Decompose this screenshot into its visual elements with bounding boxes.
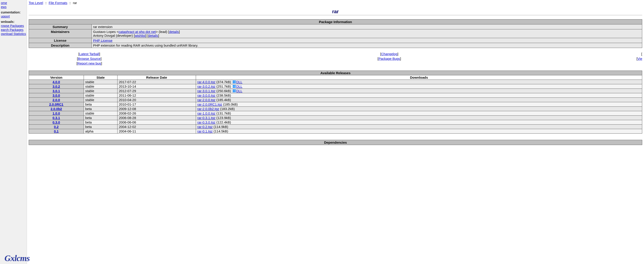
date-value: 2010-01-17 [118,102,196,107]
content: Top Level :: File Formats :: rar rar Pac… [27,0,644,264]
package-bugs-link[interactable]: Package Bugs [378,57,400,60]
dll-link[interactable]: DLL [236,80,242,84]
downloads-cell: rar-0.2.tgz (114.9kB) [196,125,642,129]
maintainer-details-link[interactable]: details [169,30,179,34]
changelog-link[interactable]: Changelog [381,52,398,56]
state-value: beta [84,102,118,107]
tgz-link[interactable]: rar-3.0.1.tgz [197,89,216,93]
releases-table: Available Releases Version State Release… [29,71,642,134]
breadcrumb-file-formats[interactable]: File Formats [49,1,67,5]
date-value: 2017-07-22 [118,80,196,84]
breadcrumb-top-level[interactable]: Top Level [29,1,43,5]
tgz-link[interactable]: rar-3.0.2.tgz [197,84,216,88]
version-link[interactable]: 0.1 [54,129,59,133]
version-link[interactable]: 0.2 [54,125,59,129]
description-value: PHP extension for reading RAR archives u… [92,43,642,48]
state-value: stable [84,111,118,116]
tgz-link[interactable]: rar-1.0.0.tgz [197,111,216,115]
nav-search-packages[interactable]: earch Packages [1,28,23,32]
downloads-cell: rar-3.0.0.tgz (238.5kB) [196,93,642,98]
table-row: 0.2beta2004-12-02rar-0.2.tgz (114.9kB) [29,125,642,129]
date-value: 2011-06-12 [118,93,196,98]
version-link[interactable]: 0.3.0 [52,120,60,124]
downloads-cell: rar-0.3.1.tgz (123.9kB) [196,116,642,120]
dll-link[interactable]: DLL [236,84,242,88]
breadcrumb-sep: :: [45,1,47,5]
downloads-cell: rar-3.0.2.tgz (251.7kB) DLL [196,84,642,89]
table-row: 3.0.2stable2013-10-14rar-3.0.2.tgz (251.… [29,84,642,89]
date-value: 2004-12-02 [118,125,196,129]
version-link[interactable]: 2.0.0RC1 [49,102,63,106]
date-value: 2012-07-29 [118,89,196,93]
browse-source-link[interactable]: Browse Source [78,57,101,60]
table-row: 2.0.0RC1beta2010-01-17rar-2.0.0RC1.tgz (… [29,102,642,107]
state-value: stable [84,80,118,84]
windows-icon [233,89,236,92]
table-row: 3.0.1stable2012-07-29rar-3.0.1.tgz (250.… [29,89,642,93]
summary-label: Summary [29,24,92,29]
col-downloads: Downloads [196,75,642,80]
version-link[interactable]: 0.3.1 [52,116,60,120]
tgz-link[interactable]: rar-3.0.0.tgz [197,93,216,97]
downloads-cell: rar-2.0.0RC1.tgz (185.0kB) [196,102,642,107]
latest-tarball-link[interactable]: Latest Tarball [80,52,99,56]
maintainer-email[interactable]: cataphract at php dot net [118,30,156,34]
maintainer-wishlist-link[interactable]: wishlist [135,34,146,37]
col-version: Version [29,75,84,80]
dll-link[interactable]: DLL [236,89,242,93]
col-date: Release Date [118,75,196,80]
releases-title: Available Releases [29,71,642,75]
tgz-link[interactable]: rar-2.0.0RC1.tgz [197,102,222,106]
tgz-link[interactable]: rar-0.2.tgz [197,125,212,129]
date-value: 2013-10-14 [118,84,196,89]
version-link[interactable]: 2.0.0 [52,98,60,102]
date-value: 2010-04-20 [118,98,196,102]
tgz-link[interactable]: rar-4.0.0.tgz [197,80,216,84]
table-row: 2.0.0stable2010-04-20rar-2.0.0.tgz (185.… [29,98,642,102]
version-link[interactable]: 1.0.0 [52,111,60,115]
downloads-cell: rar-0.1.tgz (114.5kB) [196,129,642,134]
state-value: stable [84,89,118,93]
package-info-title: Package Information [29,19,642,24]
version-link[interactable]: 4.0.0 [52,80,60,84]
license-label: License [29,38,92,43]
date-value: 2008-02-26 [118,111,196,116]
state-value: beta [84,107,118,111]
version-link[interactable]: 3.0.2 [52,84,60,88]
tgz-link[interactable]: rar-0.3.1.tgz [197,116,216,120]
tgz-link[interactable]: rar-2.0.0.tgz [197,98,216,102]
downloads-cell: rar-2.0.0.tgz (185.4kB) [196,98,642,102]
tgz-link[interactable]: rar-0.1.tgz [197,129,212,133]
maintainers-label: Maintainers [29,29,92,38]
nav-download-statistics[interactable]: ownload Statistics [1,32,26,36]
windows-icon [233,80,236,83]
nav-support[interactable]: upport [1,14,10,18]
tgz-link[interactable]: rar-2.0.0b2.tgz [197,107,219,111]
view-link[interactable]: Vie [638,57,642,60]
version-link[interactable]: 3.0.0 [52,93,60,97]
version-link[interactable]: 2.0.0b2 [51,107,62,111]
dependencies-title: Dependencies [29,140,642,145]
title-divider [29,15,642,15]
report-new-bug-link[interactable]: Report new bug [77,61,101,65]
state-value: stable [84,93,118,98]
date-value: 2006-06-06 [118,120,196,125]
table-row: 0.3.1beta2006-08-28rar-0.3.1.tgz (123.9k… [29,116,642,120]
table-row: 0.1alpha2004-06-11rar-0.1.tgz (114.5kB) [29,129,642,134]
windows-icon [233,85,236,88]
license-link[interactable]: PHP License [93,38,112,42]
state-value: beta [84,120,118,125]
table-row: 0.3.0beta2006-06-06rar-0.3.0.tgz (122.4k… [29,120,642,125]
tgz-link[interactable]: rar-0.3.0.tgz [197,120,216,124]
state-value: beta [84,125,118,129]
version-link[interactable]: 3.0.1 [52,89,60,93]
sidebar: ome ews cumentation: upport wnloads: row… [0,0,27,264]
downloads-cell: rar-1.0.0.tgz (131.7kB) [196,111,642,116]
nav-home[interactable]: ome [1,1,7,5]
breadcrumb-sep: :: [69,1,71,5]
maintainer-details-link[interactable]: details [148,34,158,37]
nav-browse-packages[interactable]: rowse Packages [1,24,24,27]
nav-section-documentation: cumentation: [0,10,27,14]
nav-section-downloads: wnloads: [0,20,27,24]
nav-news[interactable]: ews [1,5,6,9]
